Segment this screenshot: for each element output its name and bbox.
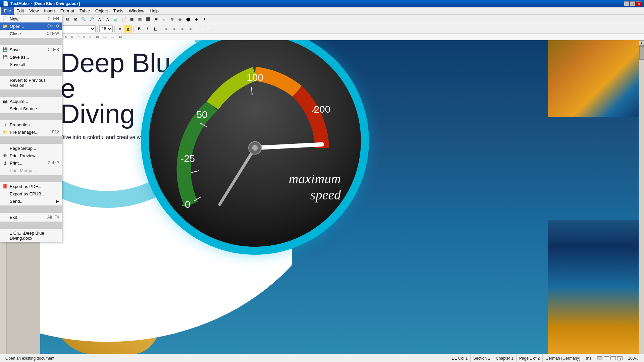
align-justify[interactable]: ≡ (187, 25, 194, 33)
view-btn4[interactable]: ⊡ (617, 356, 623, 360)
sep1 (0, 38, 62, 45)
menu-properties[interactable]: ℹ Properties... (0, 121, 62, 128)
menu-object[interactable]: Object (93, 7, 111, 15)
tb-btn17[interactable]: ◎ (176, 16, 184, 23)
minimize-button[interactable]: – (624, 1, 629, 6)
tb-btn8[interactable]: Ā (104, 16, 111, 23)
font-color-button[interactable]: A (116, 25, 124, 33)
revert-label: Revert to Previous Version (10, 78, 59, 88)
sep4 (97, 26, 98, 32)
menu-acquire[interactable]: 📷 Acquire... (0, 98, 62, 105)
title-bar: 📄 TextMaker - [Deep Blue Diving.docx] – … (0, 0, 644, 7)
menu-filemanager[interactable]: 📁 File Manager... F12 (0, 128, 62, 136)
menu-exportepub[interactable]: Export as EPUB... (0, 190, 62, 197)
indent-less[interactable]: ← (198, 25, 205, 33)
indent-more[interactable]: → (206, 25, 213, 33)
menu-printmerge: Print Merge... (0, 167, 62, 174)
view-btn2[interactable] (604, 356, 609, 360)
menu-format[interactable]: Format (58, 7, 77, 15)
tb-btn14[interactable]: ✱ (152, 16, 160, 23)
highlight-button[interactable]: A (124, 25, 132, 33)
menu-exit[interactable]: Exit Alt+F4 (0, 214, 62, 221)
tb-btn18[interactable]: ⬤ (184, 16, 192, 23)
underline-button[interactable]: U (152, 25, 159, 33)
tb-btn11[interactable]: ▦ (128, 16, 136, 23)
tb-btn7[interactable]: A (96, 16, 103, 23)
new-icon: 📄 (2, 16, 8, 21)
view-btn3[interactable] (610, 356, 616, 360)
tb-btn4[interactable]: ⊠ (72, 16, 79, 23)
close-button[interactable]: ✕ (636, 1, 641, 6)
scroll-up[interactable]: ▲ (639, 40, 644, 46)
file-menu-dropdown: 📄 New... Ctrl+N 📂 Open... Ctrl+O Close C… (0, 15, 62, 242)
tb-btn15[interactable]: ○ (160, 16, 168, 23)
menu-saveall[interactable]: Save all (0, 61, 62, 68)
menu-help[interactable]: Help (147, 7, 161, 15)
menu-edit[interactable]: Edit (14, 7, 26, 15)
tb-btn20[interactable]: ✦ (201, 16, 208, 23)
menu-window[interactable]: Window (126, 7, 147, 15)
menu-tools[interactable]: Tools (111, 7, 126, 15)
align-left[interactable]: ≡ (163, 25, 170, 33)
tb-btn9[interactable]: 📊 (112, 16, 119, 23)
print-icon: 🖨 (2, 160, 8, 166)
right-top-image (548, 40, 639, 117)
tb-btn19[interactable]: ◆ (193, 16, 200, 23)
app-icon: 📄 (3, 1, 8, 6)
tb-btn16[interactable]: ⊕ (168, 16, 176, 23)
tb-btn13[interactable]: ⬛ (144, 16, 152, 23)
tb-btn5[interactable]: 🔍 (80, 16, 87, 23)
status-section: Section 1 (471, 354, 493, 362)
sep3 (0, 89, 62, 97)
italic-button[interactable]: I (144, 25, 151, 33)
tb-btn10[interactable]: 📈 (120, 16, 127, 23)
status-language: German (Germany) (543, 354, 583, 362)
menu-open[interactable]: 📂 Open... Ctrl+O (0, 22, 62, 30)
menu-table[interactable]: Table (77, 7, 93, 15)
svg-line-10 (255, 144, 322, 148)
maximize-button[interactable]: □ (630, 1, 635, 6)
menu-view[interactable]: View (26, 7, 41, 15)
scroll-thumb[interactable] (639, 46, 644, 60)
doc-background: Deep BlueDiving Dive into a colorful and… (40, 40, 639, 354)
sep6 (133, 26, 134, 32)
size-select[interactable]: 18 (99, 25, 113, 32)
printpreview-icon: 👁 (2, 153, 8, 158)
tb-btn6[interactable]: 🔎 (88, 16, 95, 23)
menu-selectsource[interactable]: Select Source... (0, 105, 62, 112)
menu-file[interactable]: File (1, 7, 14, 15)
tb-btn3[interactable]: ⊟ (64, 16, 71, 23)
status-zoom: 100% (625, 354, 641, 362)
align-center[interactable]: ≡ (171, 25, 178, 33)
right-bottom-image (548, 220, 639, 354)
menu-printpreview[interactable]: 👁 Print Preview... (0, 152, 62, 159)
pdf-icon: 📕 (2, 184, 8, 189)
submenu-arrow: ▶ (56, 199, 59, 203)
vertical-scrollbar[interactable]: ▲ (639, 40, 644, 354)
status-bar: Open an existing document L 1 Col 1 Sect… (0, 354, 644, 362)
svg-line-6 (191, 171, 199, 173)
menu-exportpdf[interactable]: 📕 Export as PDF... (0, 183, 62, 190)
sep8 (196, 26, 196, 32)
status-message: Open an existing document (3, 354, 57, 362)
menu-recent1[interactable]: 1 C:\...\Deep Blue Diving.docx (0, 230, 62, 242)
menu-insert[interactable]: Insert (41, 7, 58, 15)
svg-line-11 (220, 148, 255, 204)
speed-text-1: maximum (289, 171, 341, 186)
sep8 (0, 222, 62, 229)
menu-saveas[interactable]: 💾 Save as... (0, 53, 62, 61)
svg-line-8 (251, 87, 252, 95)
menu-revert[interactable]: Revert to Previous Version (0, 77, 62, 89)
align-right[interactable]: ≡ (179, 25, 186, 33)
menu-pagesetup[interactable]: Page Setup... (0, 144, 62, 152)
view-btn1[interactable] (597, 356, 602, 360)
menu-send[interactable]: Send... ▶ (0, 197, 62, 205)
menu-new[interactable]: 📄 New... Ctrl+N (0, 15, 62, 22)
menu-save[interactable]: 💾 Save Ctrl+S (0, 46, 62, 53)
menu-print[interactable]: 🖨 Print... Ctrl+P (0, 159, 62, 167)
sep5 (0, 136, 62, 144)
sep2 (0, 69, 62, 76)
bold-button[interactable]: B (136, 25, 143, 33)
menu-close[interactable]: Close Ctrl+W (0, 30, 62, 37)
tb-btn12[interactable]: ▤ (136, 16, 144, 23)
